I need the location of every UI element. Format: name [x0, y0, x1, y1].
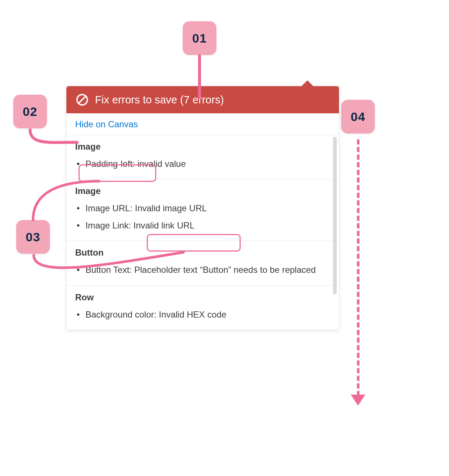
callout-04-label: 04: [351, 110, 365, 124]
panel-header: Fix errors to save (7 errors): [66, 86, 339, 113]
error-item[interactable]: Background color: Invalid HEX code: [82, 306, 330, 323]
callout-01-label: 01: [192, 31, 207, 45]
group-title: Image: [75, 142, 330, 152]
error-icon: [76, 94, 88, 106]
error-group-image-2: Image Image URL: Invalid image URL Image…: [66, 179, 339, 241]
error-panel: Fix errors to save (7 errors) Hide on Ca…: [66, 86, 339, 330]
group-title: Row: [75, 292, 330, 303]
callout-02: 02: [13, 95, 47, 128]
group-title: Image: [75, 186, 330, 196]
error-item[interactable]: Image URL: Invalid image URL: [82, 200, 330, 217]
error-group-row: Row Background color: Invalid HEX code: [66, 286, 339, 330]
hide-on-canvas-link[interactable]: Hide on Canvas: [66, 113, 339, 135]
callout-04: 04: [341, 100, 375, 133]
callout-02-label: 02: [23, 105, 37, 119]
group-title: Button: [75, 248, 330, 258]
error-item[interactable]: Button Text: Placeholder text “Button” n…: [82, 261, 330, 278]
panel-title: Fix errors to save (7 errors): [95, 94, 224, 106]
callout-03-label: 03: [26, 230, 40, 244]
error-item[interactable]: Image Link: Invalid link URL: [82, 217, 330, 234]
scrollbar[interactable]: [333, 137, 337, 294]
callout-01: 01: [183, 21, 216, 55]
error-group-button: Button Button Text: Placeholder text “Bu…: [66, 241, 339, 285]
callout-03: 03: [16, 220, 50, 254]
error-group-image-1: Image Padding-left: invalid value: [66, 135, 339, 179]
panel-body: Hide on Canvas Image Padding-left: inval…: [66, 113, 339, 330]
arrow-down-icon: [351, 395, 365, 406]
error-item[interactable]: Padding-left: invalid value: [82, 155, 330, 172]
dashed-arrow-line: [357, 139, 359, 396]
panel-caret-icon: [302, 80, 313, 86]
svg-line-1: [79, 96, 86, 103]
